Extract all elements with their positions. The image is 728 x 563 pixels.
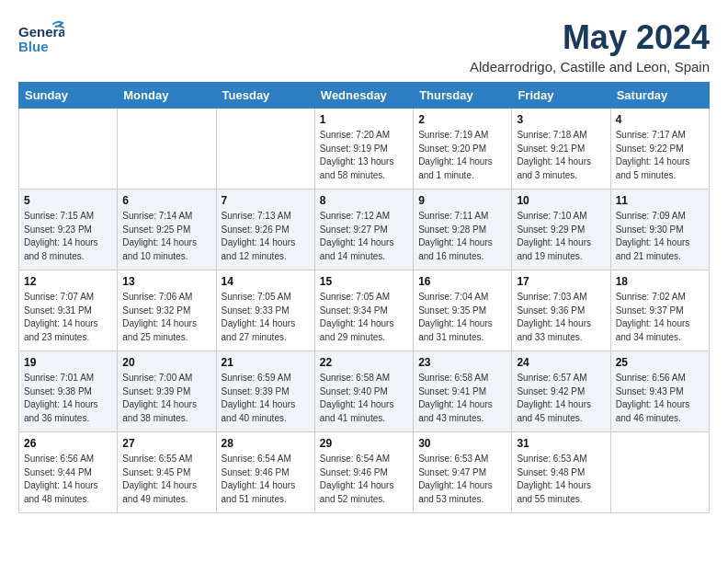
day-number: 24 <box>517 356 605 369</box>
day-info: Sunrise: 7:00 AM Sunset: 9:39 PM Dayligh… <box>122 372 210 425</box>
day-info: Sunrise: 7:13 AM Sunset: 9:26 PM Dayligh… <box>222 210 310 263</box>
header-day-monday: Monday <box>118 83 216 109</box>
header-day-sunday: Sunday <box>19 83 118 109</box>
header-day-wednesday: Wednesday <box>314 83 413 109</box>
logo: GeneralBlue <box>18 18 64 60</box>
day-info: Sunrise: 7:20 AM Sunset: 9:19 PM Dayligh… <box>320 129 408 182</box>
day-number: 21 <box>222 356 310 369</box>
calendar-cell: 18Sunrise: 7:02 AM Sunset: 9:37 PM Dayli… <box>610 270 709 351</box>
day-info: Sunrise: 6:58 AM Sunset: 9:40 PM Dayligh… <box>320 372 408 425</box>
location-subtitle: Aldearrodrigo, Castille and Leon, Spain <box>470 59 710 75</box>
day-number: 31 <box>517 437 605 450</box>
day-info: Sunrise: 6:53 AM Sunset: 9:48 PM Dayligh… <box>517 453 605 506</box>
page-header: GeneralBlue May 2024 Aldearrodrigo, Cast… <box>18 18 710 75</box>
calendar-cell: 12Sunrise: 7:07 AM Sunset: 9:31 PM Dayli… <box>19 270 118 351</box>
day-info: Sunrise: 7:17 AM Sunset: 9:22 PM Dayligh… <box>616 129 704 182</box>
week-row-2: 5Sunrise: 7:15 AM Sunset: 9:23 PM Daylig… <box>19 190 710 270</box>
day-info: Sunrise: 7:06 AM Sunset: 9:32 PM Dayligh… <box>122 291 210 344</box>
day-number: 5 <box>24 194 112 207</box>
calendar-cell: 19Sunrise: 7:01 AM Sunset: 9:38 PM Dayli… <box>19 351 118 432</box>
header-day-tuesday: Tuesday <box>216 83 314 109</box>
day-info: Sunrise: 7:05 AM Sunset: 9:33 PM Dayligh… <box>222 291 310 344</box>
calendar-cell: 11Sunrise: 7:09 AM Sunset: 9:30 PM Dayli… <box>610 190 709 270</box>
header-day-friday: Friday <box>512 83 610 109</box>
week-row-3: 12Sunrise: 7:07 AM Sunset: 9:31 PM Dayli… <box>19 270 710 351</box>
day-number: 26 <box>24 437 112 450</box>
calendar-cell: 28Sunrise: 6:54 AM Sunset: 9:46 PM Dayli… <box>216 432 314 513</box>
day-number: 27 <box>122 437 210 450</box>
day-number: 23 <box>418 356 506 369</box>
day-number: 15 <box>320 275 408 288</box>
calendar-cell: 2Sunrise: 7:19 AM Sunset: 9:20 PM Daylig… <box>414 109 512 190</box>
day-number: 3 <box>517 113 605 126</box>
calendar-cell: 30Sunrise: 6:53 AM Sunset: 9:47 PM Dayli… <box>414 432 512 513</box>
calendar-table: SundayMondayTuesdayWednesdayThursdayFrid… <box>18 82 710 513</box>
day-number: 22 <box>320 356 408 369</box>
calendar-cell <box>610 432 709 513</box>
day-info: Sunrise: 6:57 AM Sunset: 9:42 PM Dayligh… <box>517 372 605 425</box>
calendar-cell: 15Sunrise: 7:05 AM Sunset: 9:34 PM Dayli… <box>314 270 413 351</box>
calendar-cell: 14Sunrise: 7:05 AM Sunset: 9:33 PM Dayli… <box>216 270 314 351</box>
header-row: SundayMondayTuesdayWednesdayThursdayFrid… <box>19 83 710 109</box>
day-number: 7 <box>222 194 310 207</box>
day-info: Sunrise: 7:11 AM Sunset: 9:28 PM Dayligh… <box>418 210 506 263</box>
day-number: 29 <box>320 437 408 450</box>
day-info: Sunrise: 6:54 AM Sunset: 9:46 PM Dayligh… <box>320 453 408 506</box>
day-number: 11 <box>616 194 704 207</box>
day-info: Sunrise: 7:01 AM Sunset: 9:38 PM Dayligh… <box>24 372 112 425</box>
day-number: 18 <box>616 275 704 288</box>
day-number: 14 <box>222 275 310 288</box>
day-info: Sunrise: 7:03 AM Sunset: 9:36 PM Dayligh… <box>517 291 605 344</box>
calendar-cell: 17Sunrise: 7:03 AM Sunset: 9:36 PM Dayli… <box>512 270 610 351</box>
calendar-cell: 8Sunrise: 7:12 AM Sunset: 9:27 PM Daylig… <box>314 190 413 270</box>
calendar-cell: 23Sunrise: 6:58 AM Sunset: 9:41 PM Dayli… <box>414 351 512 432</box>
day-info: Sunrise: 7:14 AM Sunset: 9:25 PM Dayligh… <box>122 210 210 263</box>
calendar-cell <box>216 109 314 190</box>
calendar-cell: 3Sunrise: 7:18 AM Sunset: 9:21 PM Daylig… <box>512 109 610 190</box>
header-day-thursday: Thursday <box>414 83 512 109</box>
calendar-cell: 13Sunrise: 7:06 AM Sunset: 9:32 PM Dayli… <box>118 270 216 351</box>
day-number: 8 <box>320 194 408 207</box>
logo-icon: GeneralBlue <box>18 18 64 60</box>
day-info: Sunrise: 6:56 AM Sunset: 9:44 PM Dayligh… <box>24 453 112 506</box>
calendar-cell: 4Sunrise: 7:17 AM Sunset: 9:22 PM Daylig… <box>610 109 709 190</box>
calendar-cell: 31Sunrise: 6:53 AM Sunset: 9:48 PM Dayli… <box>512 432 610 513</box>
calendar-cell: 9Sunrise: 7:11 AM Sunset: 9:28 PM Daylig… <box>414 190 512 270</box>
day-info: Sunrise: 6:56 AM Sunset: 9:43 PM Dayligh… <box>616 372 704 425</box>
calendar-cell: 27Sunrise: 6:55 AM Sunset: 9:45 PM Dayli… <box>118 432 216 513</box>
day-info: Sunrise: 7:12 AM Sunset: 9:27 PM Dayligh… <box>320 210 408 263</box>
day-number: 19 <box>24 356 112 369</box>
day-number: 6 <box>122 194 210 207</box>
week-row-4: 19Sunrise: 7:01 AM Sunset: 9:38 PM Dayli… <box>19 351 710 432</box>
header-day-saturday: Saturday <box>610 83 709 109</box>
day-number: 17 <box>517 275 605 288</box>
day-info: Sunrise: 6:54 AM Sunset: 9:46 PM Dayligh… <box>222 453 310 506</box>
month-year-title: May 2024 <box>470 18 710 57</box>
calendar-body: 1Sunrise: 7:20 AM Sunset: 9:19 PM Daylig… <box>19 109 710 513</box>
day-info: Sunrise: 7:15 AM Sunset: 9:23 PM Dayligh… <box>24 210 112 263</box>
calendar-cell: 1Sunrise: 7:20 AM Sunset: 9:19 PM Daylig… <box>314 109 413 190</box>
day-info: Sunrise: 6:53 AM Sunset: 9:47 PM Dayligh… <box>418 453 506 506</box>
day-number: 20 <box>122 356 210 369</box>
calendar-cell: 7Sunrise: 7:13 AM Sunset: 9:26 PM Daylig… <box>216 190 314 270</box>
title-block: May 2024 Aldearrodrigo, Castille and Leo… <box>470 18 710 75</box>
day-info: Sunrise: 6:55 AM Sunset: 9:45 PM Dayligh… <box>122 453 210 506</box>
calendar-cell: 25Sunrise: 6:56 AM Sunset: 9:43 PM Dayli… <box>610 351 709 432</box>
day-number: 10 <box>517 194 605 207</box>
day-info: Sunrise: 6:58 AM Sunset: 9:41 PM Dayligh… <box>418 372 506 425</box>
calendar-cell: 24Sunrise: 6:57 AM Sunset: 9:42 PM Dayli… <box>512 351 610 432</box>
calendar-cell: 16Sunrise: 7:04 AM Sunset: 9:35 PM Dayli… <box>414 270 512 351</box>
calendar-cell: 21Sunrise: 6:59 AM Sunset: 9:39 PM Dayli… <box>216 351 314 432</box>
calendar-cell: 29Sunrise: 6:54 AM Sunset: 9:46 PM Dayli… <box>314 432 413 513</box>
day-number: 9 <box>418 194 506 207</box>
calendar-cell: 6Sunrise: 7:14 AM Sunset: 9:25 PM Daylig… <box>118 190 216 270</box>
svg-text:Blue: Blue <box>18 39 49 54</box>
day-number: 16 <box>418 275 506 288</box>
day-number: 12 <box>24 275 112 288</box>
day-info: Sunrise: 7:04 AM Sunset: 9:35 PM Dayligh… <box>418 291 506 344</box>
day-info: Sunrise: 7:07 AM Sunset: 9:31 PM Dayligh… <box>24 291 112 344</box>
calendar-cell <box>19 109 118 190</box>
calendar-cell: 20Sunrise: 7:00 AM Sunset: 9:39 PM Dayli… <box>118 351 216 432</box>
day-number: 28 <box>222 437 310 450</box>
calendar-cell: 5Sunrise: 7:15 AM Sunset: 9:23 PM Daylig… <box>19 190 118 270</box>
